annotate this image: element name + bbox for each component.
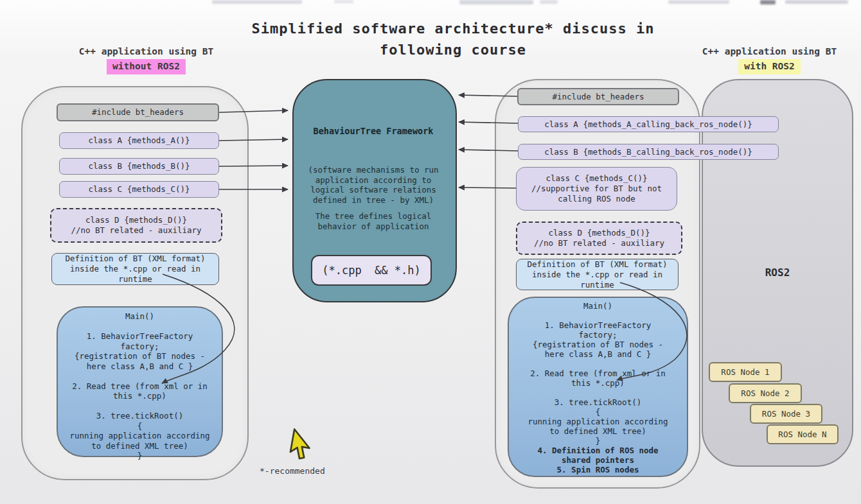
- left-header-line1: C++ application using BT: [55, 45, 238, 58]
- diagram-canvas: Simplified software architecture* discus…: [0, 0, 861, 504]
- right-class-b-box: class B {methods_B_calling_back_ros_node…: [518, 144, 779, 160]
- right-header-line1: C++ application using BT: [678, 45, 861, 58]
- left-class-a-box: class A {methods_A()}: [59, 132, 219, 149]
- right-main-box: Main() 1. BehaviorTreeFactory factory; {…: [508, 297, 688, 477]
- ros-node-2: ROS Node 2: [729, 383, 802, 403]
- framework-files-box: (*.cpp && *.h): [311, 255, 432, 286]
- framework-description: (software mechanisms to run application …: [297, 165, 449, 205]
- top-smudge: [668, 0, 729, 4]
- right-bt-definition-box: Definition of BT (XML format) inside the…: [516, 259, 679, 290]
- ros-node-3: ROS Node 3: [750, 404, 822, 424]
- right-header-highlight: with ROS2: [738, 59, 801, 74]
- page-title-line2: following course: [218, 39, 688, 60]
- top-smudge: [459, 0, 533, 4]
- left-header-highlight: without ROS2: [107, 59, 186, 74]
- left-include-box: #include bt_headers: [57, 103, 219, 121]
- right-main-text: Main() 1. BehaviorTreeFactory factory; {…: [528, 301, 668, 446]
- recommended-footnote: *-recommended: [260, 466, 325, 476]
- right-class-a-box: class A {methods_A_calling_back_ros_node…: [518, 116, 779, 132]
- right-class-c-box: class C {methods_C()} //supportive for B…: [516, 167, 677, 211]
- left-bt-definition-box: Definition of BT (XML format) inside the…: [51, 253, 219, 285]
- page-title-line1: Simplified software architecture* discus…: [218, 18, 688, 39]
- top-smudge: [334, 0, 353, 3]
- ros-node-n: ROS Node N: [767, 424, 839, 444]
- page-title: Simplified software architecture* discus…: [218, 18, 688, 60]
- left-class-c-box: class C {methods_C()}: [59, 181, 219, 198]
- ros2-title: ROS2: [726, 266, 829, 279]
- mouse-cursor-icon: [287, 428, 315, 463]
- ros-node-1: ROS Node 1: [709, 362, 782, 382]
- right-column-header: C++ application using BT with ROS2: [678, 45, 861, 74]
- top-smudge: [785, 0, 848, 4]
- right-main-ros-steps: 4. Definition of ROS node shared pointer…: [537, 446, 658, 474]
- left-class-d-box: class D {methods_D()} //no BT related - …: [50, 208, 222, 243]
- top-smudge: [540, 0, 558, 4]
- framework-description-2: The tree defines logical behavior of app…: [297, 211, 449, 231]
- left-class-b-box: class B {methods_B()}: [59, 158, 219, 175]
- right-include-box: #include bt_headers: [517, 88, 679, 105]
- left-column-header: C++ application using BT without ROS2: [55, 45, 238, 74]
- right-class-d-box: class D {methods_D()} //no BT related - …: [516, 222, 682, 255]
- left-main-box: Main() 1. BehaviorTreeFactory factory; {…: [57, 306, 223, 457]
- framework-title: BehaviourTree Framework: [299, 126, 448, 136]
- top-smudge: [212, 0, 302, 4]
- top-smudge: [760, 0, 776, 4]
